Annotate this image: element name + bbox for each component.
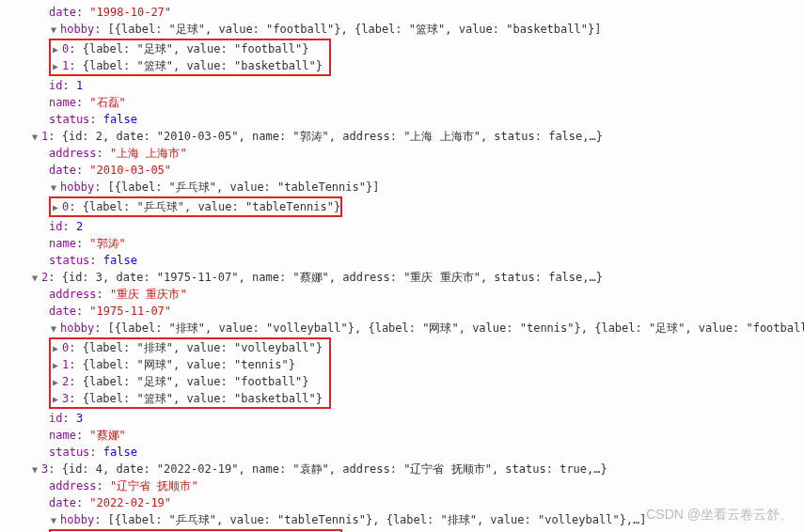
- hobby-row[interactable]: hobby: [{label: "乒乓球", value: "tableTenn…: [0, 179, 804, 196]
- property-row: id: 2: [0, 218, 804, 235]
- hobby-row[interactable]: hobby: [{label: "足球", value: "football"}…: [0, 21, 804, 38]
- expand-toggle[interactable]: [30, 130, 39, 144]
- prop-value: "1975-11-07": [89, 305, 171, 318]
- prop-key-name: name: [49, 237, 76, 250]
- expand-toggle[interactable]: [49, 23, 58, 37]
- hobby-item[interactable]: 1: {label: "网球", value: "tennis"}: [51, 356, 329, 373]
- object-header[interactable]: 1: {id: 2, date: "2010-03-05", name: "郭涛…: [0, 128, 804, 145]
- prop-key-status: status: [49, 113, 89, 126]
- hobby-summary: [{label: "乒乓球", value: "tableTennis"}, {…: [108, 513, 647, 526]
- hobby-item[interactable]: 1: {label: "篮球", value: "basketball"}: [51, 57, 329, 74]
- prop-key-name: name: [49, 96, 76, 109]
- prop-value: "2022-02-19": [89, 496, 171, 509]
- hobby-box: 0: {label: "排球", value: "volleyball"} 1:…: [0, 336, 804, 410]
- hobby-summary: [{label: "乒乓球", value: "tableTennis"}]: [108, 180, 380, 194]
- prop-key-id: id: [49, 79, 62, 92]
- expand-toggle[interactable]: [51, 341, 60, 355]
- object-header[interactable]: 3: {id: 4, date: "2022-02-19", name: "袁静…: [0, 461, 804, 477]
- property-row: status: false: [0, 252, 804, 269]
- prop-value: "重庆 重庆市": [110, 288, 187, 301]
- prop-value: false: [103, 446, 137, 459]
- property-row: address: "重庆 重庆市": [0, 286, 804, 303]
- hobby-box: 0: {label: "乒乓球", value: "tableTennis"} …: [0, 528, 804, 532]
- property-row: address: "上海 上海市": [0, 145, 804, 162]
- prop-value: "上海 上海市": [110, 147, 187, 160]
- prop-key-hobby: hobby: [60, 321, 94, 335]
- hobby-item[interactable]: 3: {label: "篮球", value: "basketball"}: [51, 390, 329, 407]
- hobby-box: 0: {label: "足球", value: "football"} 1: {…: [0, 38, 804, 77]
- expand-toggle[interactable]: [49, 321, 58, 336]
- prop-key-date: date: [49, 164, 76, 177]
- hobby-item[interactable]: 0: {label: "排球", value: "volleyball"}: [51, 339, 329, 356]
- prop-value: false: [103, 254, 137, 267]
- prop-value: "郭涛": [89, 237, 125, 250]
- property-row: name: "石磊": [0, 94, 804, 111]
- hobby-item[interactable]: 2: {label: "足球", value: "football"}: [51, 373, 329, 390]
- prop-value: "蔡娜": [89, 429, 125, 442]
- prop-value: "1998-10-27": [89, 6, 171, 19]
- expand-toggle[interactable]: [30, 271, 39, 285]
- prop-value: 2: [76, 220, 83, 233]
- prop-key-status: status: [49, 446, 89, 459]
- property-row: status: false: [0, 111, 804, 128]
- property-row: name: "蔡娜": [0, 427, 804, 444]
- expand-toggle[interactable]: [51, 59, 60, 73]
- prop-value: 3: [76, 412, 83, 425]
- prop-value: "辽宁省 抚顺市": [110, 479, 198, 493]
- hobby-box: 0: {label: "乒乓球", value: "tableTennis"}: [0, 196, 804, 218]
- expand-toggle[interactable]: [51, 392, 60, 406]
- property-row: status: false: [0, 444, 804, 461]
- property-row: date: "2022-02-19": [0, 494, 804, 511]
- prop-key-date: date: [49, 305, 76, 318]
- prop-key-date: date: [49, 6, 76, 19]
- property-row: date: "2010-03-05": [0, 162, 804, 179]
- expand-toggle[interactable]: [49, 513, 58, 527]
- expand-toggle[interactable]: [51, 358, 60, 372]
- hobby-summary: [{label: "排球", value: "volleyball"}, {la…: [108, 321, 804, 335]
- expand-toggle[interactable]: [51, 42, 60, 56]
- property-row: date: "1975-11-07": [0, 303, 804, 320]
- property-row: id: 3: [0, 410, 804, 427]
- prop-key-hobby: hobby: [60, 23, 94, 36]
- prop-key-hobby: hobby: [60, 513, 94, 526]
- expand-toggle[interactable]: [49, 180, 58, 195]
- prop-key-status: status: [49, 254, 89, 267]
- hobby-item[interactable]: 0: {label: "乒乓球", value: "tableTennis"}: [51, 198, 340, 215]
- object-header[interactable]: 2: {id: 3, date: "1975-11-07", name: "蔡娜…: [0, 269, 804, 286]
- prop-key-id: id: [49, 220, 62, 233]
- hobby-summary: [{label: "足球", value: "football"}, {labe…: [108, 23, 602, 36]
- expand-toggle[interactable]: [51, 200, 60, 214]
- prop-value: "石磊": [89, 96, 125, 109]
- prop-key-address: address: [49, 288, 97, 301]
- hobby-item[interactable]: 0: {label: "足球", value: "football"}: [51, 40, 329, 57]
- hobby-row[interactable]: hobby: [{label: "排球", value: "volleyball…: [0, 320, 804, 336]
- prop-key-address: address: [49, 147, 97, 160]
- expand-toggle[interactable]: [30, 462, 39, 477]
- prop-value: false: [103, 113, 137, 126]
- prop-key-name: name: [49, 429, 76, 442]
- property-row: address: "辽宁省 抚顺市": [0, 477, 804, 494]
- expand-toggle[interactable]: [51, 375, 60, 389]
- property-row: id: 1: [0, 77, 804, 94]
- hobby-row[interactable]: hobby: [{label: "乒乓球", value: "tableTenn…: [0, 511, 804, 528]
- prop-key-date: date: [49, 496, 76, 509]
- prop-value: 1: [76, 79, 83, 92]
- prop-value: "2010-03-05": [89, 164, 171, 177]
- prop-key-address: address: [49, 479, 97, 493]
- property-row: name: "郭涛": [0, 235, 804, 252]
- property-row: date: "1998-10-27": [0, 4, 804, 21]
- prop-key-id: id: [49, 412, 62, 425]
- prop-key-hobby: hobby: [60, 180, 94, 194]
